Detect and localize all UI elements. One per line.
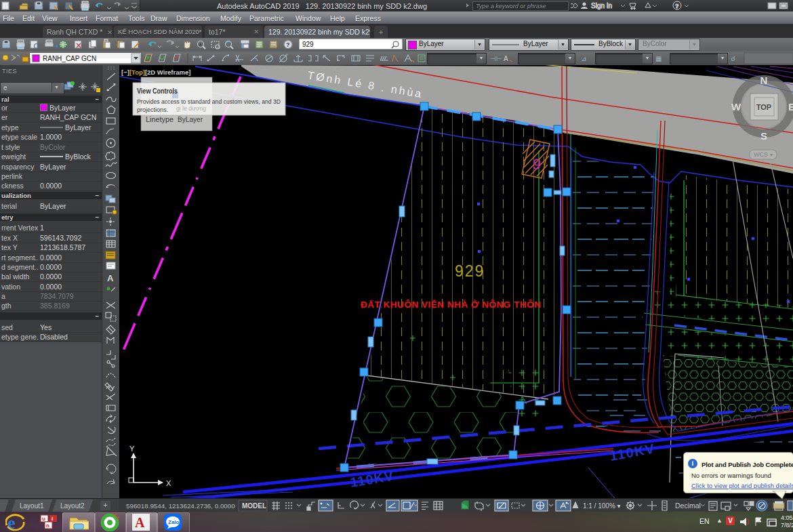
svg-text:gị le dương: gị le dương — [176, 104, 206, 112]
svg-text:W: W — [731, 101, 741, 112]
svg-text:S: S — [760, 130, 767, 142]
svg-text:596018.9544, 1213624.2736, 0.0: 596018.9544, 1213624.2736, 0.0000 — [126, 502, 235, 510]
svg-text:X: X — [166, 479, 171, 487]
svg-text:i: i — [52, 516, 53, 522]
svg-text:E: E — [788, 101, 793, 112]
svg-text:A: A — [107, 273, 114, 283]
svg-text:A: A — [135, 515, 145, 530]
svg-text:MODEL: MODEL — [242, 502, 266, 510]
svg-text:N: N — [760, 75, 768, 86]
svg-text:☌: ☌ — [731, 55, 735, 62]
svg-text:?: ? — [286, 41, 290, 48]
svg-text:RANH_CAP GCN: RANH_CAP GCN — [43, 55, 96, 62]
svg-text:±: ± — [199, 41, 202, 47]
svg-text:Decimal: Decimal — [675, 502, 701, 510]
svg-text:Linetype: Linetype — [146, 116, 174, 123]
svg-text:▦: ▦ — [655, 55, 662, 62]
svg-text:929: 929 — [455, 262, 485, 280]
svg-text:⊿: ⊿ — [581, 55, 586, 62]
svg-text:A: A — [504, 55, 508, 62]
svg-text:Provides access to standard an: Provides access to standard and custom v… — [137, 98, 281, 105]
svg-text:WCS: WCS — [754, 151, 768, 158]
svg-text:ĐẤT KHUÔN VIÊN NHÀ Ở NÔNG THÔN: ĐẤT KHUÔN VIÊN NHÀ Ở NÔNG THÔN — [361, 300, 541, 310]
svg-text:?: ? — [675, 3, 679, 9]
svg-text:1:1 / 100% ▾: 1:1 / 100% ▾ — [583, 502, 621, 510]
svg-text:Zalo: Zalo — [168, 519, 180, 525]
svg-text:View Controls: View Controls — [137, 87, 178, 95]
svg-text:n: n — [46, 523, 49, 529]
svg-text:[−][Top][2D Wireframe]: [−][Top][2D Wireframe] — [121, 68, 190, 76]
svg-text:u: u — [42, 516, 45, 522]
svg-text:Y: Y — [129, 445, 135, 453]
svg-text:929: 929 — [302, 41, 314, 48]
svg-text:⊣⊢: ⊣⊢ — [490, 55, 502, 62]
svg-text:▾: ▾ — [770, 152, 773, 158]
svg-text:Sign In: Sign In — [591, 2, 612, 9]
svg-text:TOP: TOP — [756, 103, 771, 111]
svg-text:projections.: projections. — [137, 106, 168, 113]
svg-text:ByLayer: ByLayer — [178, 116, 203, 123]
